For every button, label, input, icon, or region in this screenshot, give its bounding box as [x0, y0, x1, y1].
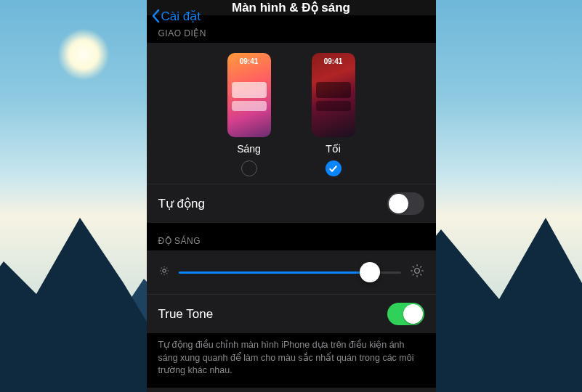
automatic-toggle[interactable]: [387, 192, 424, 215]
svg-point-9: [414, 269, 419, 274]
back-button[interactable]: Cài đặt: [151, 0, 201, 32]
dark-preview: 09:41: [312, 53, 355, 137]
toggle-knob: [403, 304, 423, 324]
appearance-option-light[interactable]: 09:41 Sáng: [227, 53, 271, 176]
preview-widget: [232, 101, 267, 111]
true-tone-row: True Tone: [147, 294, 436, 333]
slider-track-fill: [179, 271, 370, 274]
brightness-row: [147, 250, 436, 294]
back-label: Cài đặt: [161, 9, 201, 24]
svg-line-7: [161, 273, 161, 274]
brightness-section-header: ĐỘ SÁNG: [147, 223, 436, 250]
settings-panel: Cài đặt Màn hình & Độ sáng GIAO DIỆN 09:…: [147, 0, 436, 392]
preview-widget: [316, 82, 351, 98]
svg-line-16: [412, 274, 413, 275]
svg-point-0: [162, 269, 165, 272]
svg-line-15: [420, 274, 421, 275]
brightness-slider[interactable]: [179, 262, 401, 282]
sun-min-icon: [158, 265, 170, 279]
toggle-knob: [389, 194, 408, 213]
chevron-left-icon: [151, 8, 161, 24]
appearance-picker: 09:41 Sáng 09:41 Tối: [147, 43, 436, 184]
page-title: Màn hình & Độ sáng: [232, 0, 350, 15]
preview-time: 09:41: [227, 57, 271, 65]
light-preview: 09:41: [227, 53, 271, 137]
appearance-option-dark[interactable]: 09:41 Tối: [312, 53, 355, 176]
night-shift-row[interactable]: Night Shift Tắt: [147, 388, 436, 393]
true-tone-toggle[interactable]: [387, 303, 424, 325]
dark-radio[interactable]: [326, 160, 341, 176]
preview-widget: [316, 101, 351, 111]
slider-thumb[interactable]: [360, 262, 380, 282]
dark-label: Tối: [326, 143, 341, 155]
nav-bar: Cài đặt Màn hình & Độ sáng: [147, 0, 436, 15]
wallpaper-sun: [58, 29, 109, 80]
light-label: Sáng: [237, 143, 261, 155]
preview-widget: [232, 82, 267, 98]
true-tone-label: True Tone: [158, 307, 214, 322]
light-radio[interactable]: [241, 160, 257, 176]
true-tone-description: Tự động điều chỉnh màn hình iPhone dựa t…: [147, 333, 436, 388]
svg-line-5: [161, 268, 161, 269]
automatic-label: Tự động: [158, 196, 205, 211]
checkmark-icon: [328, 164, 338, 173]
svg-line-17: [420, 266, 421, 268]
preview-time: 09:41: [312, 57, 355, 65]
svg-line-6: [166, 273, 167, 274]
sun-max-icon: [410, 264, 424, 281]
automatic-row: Tự động: [147, 184, 436, 223]
svg-line-14: [412, 266, 413, 268]
svg-line-8: [166, 268, 167, 269]
